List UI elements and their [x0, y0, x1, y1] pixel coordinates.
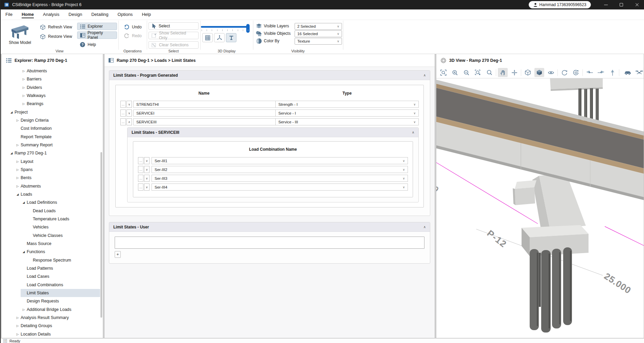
wireframe-cube-icon[interactable] [523, 68, 533, 77]
tree-item[interactable]: Response Spectrum [27, 256, 100, 264]
tree-expander-icon[interactable]: ▷ [15, 333, 21, 336]
tree-item[interactable]: ▷ Bearings [21, 100, 100, 108]
tree-item[interactable]: ▷ Summary Report [15, 141, 100, 149]
tree-expander-icon[interactable]: ▷ [21, 69, 27, 73]
row-expand-button[interactable]: ∨ [144, 166, 150, 173]
show-model-button[interactable]: Show Model [3, 21, 37, 48]
view-3d-canvas[interactable]: P-12 25.000 0 [436, 78, 644, 338]
menu-item[interactable]: File [5, 9, 13, 20]
load-combination-dropdown[interactable]: Ser-III3 ∨ [152, 175, 408, 182]
tree-expander-icon[interactable]: ▷ [15, 176, 21, 179]
tree-item[interactable]: Mass Source [21, 240, 100, 248]
zoom-in-icon[interactable] [450, 68, 460, 77]
tree-expander-icon[interactable]: ▷ [21, 102, 27, 105]
zoom-extents-icon[interactable] [438, 68, 448, 77]
tree-item[interactable]: Vehicle Classes [27, 231, 100, 240]
row-expand-button[interactable]: ∧ [127, 118, 132, 125]
tree-expander-icon[interactable]: ◢ [8, 151, 15, 155]
property-panel-toggle-button[interactable]: Property Panel [77, 31, 117, 39]
tree-expander-icon[interactable]: ▷ [21, 308, 27, 311]
limit-state-type-dropdown[interactable]: Service - III ∨ [275, 118, 419, 125]
explorer-toggle-button[interactable]: Explorer [77, 23, 117, 30]
tree-expander-icon[interactable]: ▷ [15, 185, 21, 188]
search-icon[interactable] [484, 68, 494, 77]
row-options-button[interactable]: … [120, 101, 126, 108]
tree-item[interactable]: Limit States [21, 289, 100, 297]
explorer-scrollbar[interactable] [100, 152, 102, 318]
refresh-view-button[interactable]: Refresh View [37, 23, 75, 31]
visible-layers-dropdown[interactable]: 2 Selected ∨ [295, 23, 342, 30]
row-expand-button[interactable]: ∨ [144, 175, 150, 182]
tree-expander-icon[interactable]: ▷ [21, 77, 27, 81]
tree-item[interactable]: ▷ Additional Bridge Loads [21, 305, 100, 314]
row-options-button[interactable]: … [138, 166, 143, 173]
extrude-grid-button[interactable] [202, 33, 213, 42]
limit-state-name-field[interactable]: SERVICEI [133, 109, 276, 117]
menu-item[interactable]: Design [69, 9, 82, 20]
tree-expander-icon[interactable]: ▷ [15, 168, 21, 171]
load-combination-dropdown[interactable]: Ser-III4 ∨ [152, 183, 408, 191]
perspective-eye-icon[interactable] [546, 68, 556, 77]
tree-item[interactable]: ▷ Bents [15, 174, 100, 182]
tree-item[interactable]: Vehicles [27, 223, 100, 231]
restore-view-button[interactable]: Restore View [37, 33, 75, 40]
show-selected-only-button[interactable]: Show Selected Only [148, 32, 199, 39]
redo-button[interactable]: Redo [121, 32, 144, 40]
pan-icon[interactable] [498, 68, 508, 77]
tree-item[interactable]: Temperature Loads [27, 215, 100, 223]
row-expand-button[interactable]: ∨ [144, 183, 150, 191]
color-by-dropdown[interactable]: Texture ∨ [295, 38, 342, 45]
tree-item[interactable]: ▷ Barriers [21, 75, 100, 83]
tree-item[interactable]: ◢ Load Definitions [21, 198, 100, 206]
tree-item[interactable]: Design Requests [21, 297, 100, 305]
tree-expander-icon[interactable]: ▷ [21, 86, 27, 89]
view-plane-right-icon[interactable] [596, 68, 606, 77]
tree-expander-icon[interactable]: ▷ [21, 94, 27, 97]
drive-through-car-icon[interactable] [623, 68, 632, 77]
menu-item[interactable]: Help [142, 9, 151, 20]
limit-state-name-field[interactable]: SERVICEIII [133, 118, 276, 125]
row-expand-button[interactable]: ∨ [144, 157, 150, 164]
tree-expander-icon[interactable]: ▷ [15, 316, 21, 319]
tree-item[interactable]: ▷ Layout [15, 157, 100, 166]
user-account-button[interactable]: Hammad 1736390596523 [529, 1, 591, 8]
tree-item[interactable]: ▷ Location Details [15, 330, 100, 338]
row-options-button[interactable]: … [138, 175, 143, 182]
tree-item[interactable]: Load Patterns [21, 264, 100, 272]
limit-state-type-dropdown[interactable]: Strength - I ∨ [275, 101, 419, 108]
load-combination-dropdown[interactable]: Ser-III1 ∨ [152, 157, 408, 164]
tree-item[interactable]: ▷ Abutments [15, 182, 100, 190]
tree-expander-icon[interactable]: ▷ [15, 324, 21, 327]
collapse-chevron-icon[interactable]: ∧ [423, 73, 426, 77]
row-expand-button[interactable]: ∨ [127, 109, 132, 117]
maximize-button[interactable] [614, 0, 629, 9]
minimize-button[interactable] [598, 0, 614, 9]
add-limit-state-button[interactable]: + [115, 251, 121, 258]
tree-item[interactable]: ◢ Loads [15, 190, 100, 198]
tree-expander-icon[interactable]: ▷ [15, 143, 21, 147]
orbit-icon[interactable] [509, 68, 519, 77]
zoom-window-icon[interactable] [473, 68, 483, 77]
tree-item[interactable]: Dead Loads [27, 207, 100, 215]
tree-item[interactable]: ▷ Detailing Groups [15, 322, 100, 330]
visible-objects-dropdown[interactable]: 16 Selected ∨ [295, 30, 342, 37]
rotate-cw-icon[interactable] [559, 68, 569, 77]
tree-item[interactable]: ▷ Abutments [21, 67, 100, 75]
select-button[interactable]: Select [148, 22, 199, 30]
tree-item[interactable]: ◢ Functions [21, 248, 100, 256]
tree-item[interactable]: ◢ Project [8, 108, 100, 116]
row-options-button[interactable]: … [120, 109, 126, 117]
clear-selections-button[interactable]: Clear Selections [148, 41, 199, 49]
tree-expander-icon[interactable]: ◢ [21, 201, 27, 204]
row-options-button[interactable]: … [138, 183, 143, 191]
rotate-axis-icon[interactable] [571, 68, 581, 77]
row-options-button[interactable]: … [120, 118, 126, 125]
menu-item[interactable]: Analysis [43, 9, 59, 20]
drone-view-icon[interactable] [634, 68, 644, 77]
row-options-button[interactable]: … [138, 157, 143, 164]
display-depth-slider-track[interactable] [201, 26, 249, 28]
limit-state-type-dropdown[interactable]: Service - I ∨ [275, 109, 419, 117]
tree-item[interactable]: ▷ Analysis Result Summary [15, 314, 100, 322]
menu-item[interactable]: Options [118, 9, 133, 20]
help-button[interactable]: ? Help [77, 41, 99, 48]
